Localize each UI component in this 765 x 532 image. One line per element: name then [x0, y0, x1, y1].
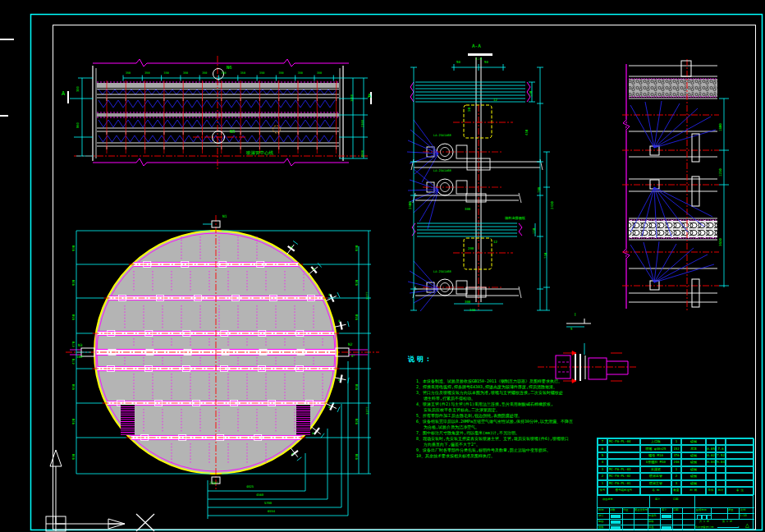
bom-cell: 0.02: [706, 452, 716, 459]
title-block-block: [611, 521, 621, 524]
bom-cell: [726, 459, 754, 466]
title-block-label: ▸: [738, 525, 740, 529]
bom-cell: [607, 459, 640, 466]
title-block-block: [662, 526, 671, 530]
bom-cell: 喷淋支管: [640, 473, 671, 479]
bom-cell: 2: [671, 473, 681, 479]
title-block-label: 标记: [598, 509, 603, 511]
title-block-label: 设计: [598, 515, 603, 517]
title-block-label: 制图: [598, 521, 603, 523]
title-block-label: 处数: [610, 509, 615, 511]
bom-cell: [706, 473, 716, 479]
stage-mark-box: [707, 515, 712, 520]
title-block-label: 共 1 张: [699, 521, 709, 523]
title-block-line: [598, 525, 694, 525]
note-line: 缠生料带,拧紧后不得松动。: [416, 396, 573, 401]
section-view: [407, 53, 550, 311]
note-line: 1、本设备制造、试验及验收按GB150-2011《钢制压力容器》及图样要求执行。: [416, 378, 573, 384]
note-line: 4、喷淋支管(件2)与主管(件1)采用法兰连接,垫片采用耐酸碱石棉橡胶板,: [416, 401, 573, 407]
bom-cell: 碳钢: [681, 473, 706, 479]
title-block-line: [598, 513, 754, 514]
title-block-label: 标准化: [648, 515, 657, 517]
bom-table: 7MC-F6-PL-04上挡板1碳钢6喷嘴 φ40×25152尼龙0.057.6…: [597, 438, 754, 496]
bom-cell: 4: [598, 459, 607, 466]
note-line: 安装后应校平各支管标高,二次灌浆固定。: [416, 407, 573, 413]
bom-cell: MC-F6-PL-02: [607, 473, 640, 479]
title-block-label: 批准: [648, 526, 653, 529]
bom-cell: [716, 480, 726, 487]
bom-cell: 3: [671, 480, 681, 487]
notes-block: 说明: 1、本设备制造、试验及验收按GB150-2011《钢制压力容器》及图样要…: [408, 355, 573, 459]
title-block-block: [717, 527, 739, 528]
bom-cell: [706, 438, 716, 445]
bom-cell: 1: [671, 438, 681, 445]
title-block-label: 更改文件号: [634, 509, 648, 511]
cad-canvas[interactable]: N6N5喷淋管中心线AA300860146021601800N1N3180°N2…: [0, 0, 765, 532]
ucs-icon: [46, 450, 154, 531]
title-block-block: [611, 515, 621, 518]
title-block-label: 分区: [623, 509, 628, 511]
bom-cell: 支撑梁: [640, 466, 671, 473]
title-block-label: 1:10: [740, 515, 747, 518]
bom-cell: [706, 480, 716, 487]
bom-cell: 螺母 M10: [640, 452, 671, 459]
title-block-block: [662, 515, 671, 518]
bom-cell: 7.6: [716, 445, 726, 452]
title-block-block: [611, 526, 621, 530]
bom-cell: [607, 445, 640, 452]
title-block-line: [649, 495, 650, 507]
title-block: 底图总号签字日期标记处数分区更改文件号签字日期设计标准化制图审核校核批准阶段标记…: [597, 494, 754, 530]
note-line: 6、设备组装完毕后以0.20MPa压缩空气做气密性试验,保持30分钟,以无泄漏、…: [416, 419, 573, 424]
bom-cell: 1: [671, 466, 681, 473]
note-line: 9、设备出厂时各零部件分类包装,标明件号及数量,防止运输中变形损坏。: [416, 447, 573, 453]
note-line: 3、管口方位及喷嘴安装方向以本图为准,喷嘴与支管螺纹连接,二次安装时螺纹处: [416, 390, 573, 396]
bom-cell: [726, 445, 754, 452]
bom-cell: [726, 466, 754, 473]
bom-cell: 0.04: [706, 459, 716, 466]
elevation-view: [68, 56, 371, 170]
bom-cell: 0.05: [706, 445, 716, 452]
title-block-label: 阶段标记: [696, 509, 707, 511]
title-block-label: 底图总号: [602, 498, 613, 501]
title-block-label: 比例: [740, 509, 745, 511]
bom-cell: MC-F6-PL-04: [607, 438, 640, 445]
note-line: 5、所有零部件加工后去除毛刺,锐边倒钝,表面防腐处理。: [416, 413, 573, 419]
note-line: 7、图中标注尺寸除角度外,均以毫米(mm)计,不另注明。: [416, 430, 573, 436]
bom-cell: 喷嘴 φ40×25: [640, 445, 671, 452]
title-block-line: [682, 507, 683, 530]
bom-cell: 3: [598, 466, 607, 473]
bom-cell: 碳钢: [681, 438, 706, 445]
bom-cell: 246: [671, 459, 681, 466]
bom-cell: 1: [598, 480, 607, 487]
note-line: 方向垂直向下,偏差不大于2°。: [416, 442, 573, 447]
note-line: 2、焊接采用电弧焊,焊条牌号E4303,焊缝高度为较薄件厚度,焊后清除熔渣。: [416, 384, 573, 390]
bom-cell: [726, 452, 754, 459]
bom-cell: 5: [598, 452, 607, 459]
note-line: 8、现场安装时,先安装支撑梁再安装喷淋主管、支管,最后安装喷嘴(件6),喷嘴喷口: [416, 436, 573, 442]
bom-cell: 碳钢: [681, 480, 706, 487]
bom-cell: [726, 480, 754, 487]
bom-cell: 喷淋主管: [640, 480, 671, 487]
bom-cell: 上挡板: [640, 438, 671, 445]
title-block-label: 日期: [673, 509, 678, 511]
title-block-label: 第 1 张: [722, 521, 732, 523]
title-block-label: △: [745, 522, 749, 529]
bom-cell: 376: [671, 452, 681, 459]
bom-cell: 7.52: [716, 452, 726, 459]
title-block-label: 化工设备设计院: [695, 526, 713, 529]
bom-cell: 9.84: [716, 459, 726, 466]
title-block-label: 审核: [648, 521, 653, 523]
bom-cell: MC-F6-PL-03: [607, 466, 640, 473]
notes-header: 说明:: [408, 355, 573, 364]
bom-cell: 2: [598, 473, 607, 479]
bom-cell: [726, 438, 754, 445]
title-block-label: 质量: [728, 509, 733, 511]
title-block-label: 签字: [662, 509, 667, 511]
bom-cell: [706, 466, 716, 473]
title-block-label: 签字: [655, 498, 660, 501]
note-line: 为合格,试验介质为洁净空气。: [416, 424, 573, 430]
bom-cell: [716, 438, 726, 445]
bom-cell: [726, 473, 754, 479]
bom-cell: U形螺栓 M10: [640, 459, 671, 466]
bom-cell: 碳钢: [681, 466, 706, 473]
